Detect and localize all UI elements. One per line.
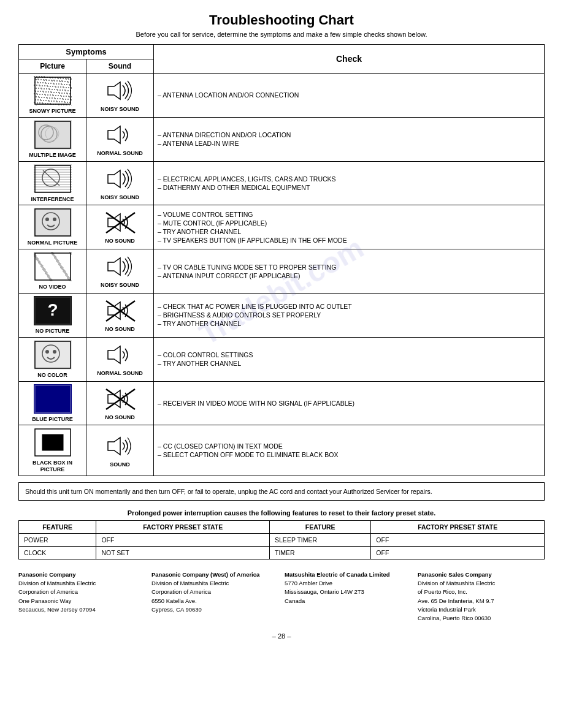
svg-rect-69: [44, 88, 45, 89]
svg-rect-68: [36, 88, 37, 89]
svg-rect-89: [51, 100, 52, 102]
picture-cell: BLACK BOX INPICTURE: [19, 425, 86, 476]
svg-rect-175: [52, 94, 53, 96]
svg-rect-138: [61, 101, 63, 102]
picture-label: BLACK BOX INPICTURE: [23, 460, 82, 473]
svg-rect-213: [34, 172, 72, 173]
footer-company-0: Panasonic CompanyDivision of Matsushita …: [18, 571, 145, 623]
company-name: Panasonic Company: [18, 571, 75, 578]
company-line: Corporation of America: [151, 588, 211, 595]
company-name: Panasonic Sales Company: [418, 571, 492, 578]
check-item: BRIGHTNESS & AUDIO CONTROLS SET PROPERLY: [158, 311, 540, 319]
svg-rect-159: [39, 85, 40, 86]
svg-rect-425: [65, 275, 66, 276]
svg-rect-179: [46, 97, 47, 98]
svg-rect-88: [43, 100, 44, 101]
svg-rect-73: [37, 91, 39, 92]
check-header: Check: [154, 45, 545, 74]
factory-s2: OFF: [371, 546, 545, 559]
check-item: ANTENNA DIRECTION AND/OR LOCATION: [158, 131, 540, 139]
svg-rect-130: [36, 96, 37, 97]
svg-rect-140: [39, 102, 40, 104]
svg-rect-157: [61, 83, 62, 85]
sound-icon: [103, 122, 137, 149]
sound-label: NO SOUND: [90, 326, 150, 333]
svg-rect-167: [64, 89, 66, 91]
svg-rect-429: [38, 262, 39, 264]
svg-rect-199: [53, 80, 55, 81]
svg-rect-72: [67, 90, 69, 91]
check-cell: ELECTRICAL APPLIANCES, LIGHTS, CARS AND …: [154, 161, 545, 205]
svg-rect-78: [39, 94, 40, 95]
company-line: Ave. 65 De Infanteria, KM 9.7: [418, 597, 494, 604]
svg-rect-137: [53, 100, 55, 102]
svg-rect-91: [67, 102, 68, 103]
svg-rect-174: [44, 94, 45, 95]
svg-rect-128: [58, 95, 59, 96]
svg-point-232: [45, 218, 49, 221]
picture-label: SNOWY PICTURE: [23, 108, 82, 115]
svg-rect-60: [48, 83, 49, 84]
svg-rect-133: [59, 98, 61, 99]
svg-point-233: [53, 218, 56, 221]
svg-marker-202: [108, 82, 120, 99]
check-cell: CHECK THAT AC POWER LINE IS PLUGGED INTO…: [154, 293, 545, 337]
svg-rect-435: [36, 259, 37, 260]
svg-rect-166: [56, 89, 58, 90]
svg-rect-111: [36, 85, 37, 86]
svg-rect-70: [52, 89, 53, 90]
check-cell: VOLUME CONTROL SETTINGMUTE CONTROL (IF A…: [154, 205, 545, 249]
company-line: Victoria Industrial Park: [418, 606, 476, 613]
sound-icon: [103, 166, 137, 193]
company-line: Cypress, CA 90630: [151, 606, 202, 613]
svg-marker-451: [108, 346, 120, 363]
picture-icon: [34, 340, 72, 371]
symptoms-header: Symptoms: [19, 45, 154, 59]
check-item: MUTE CONTROL (IF APPLICABLE): [158, 219, 540, 227]
svg-rect-431: [63, 271, 64, 272]
svg-rect-107: [42, 82, 44, 83]
svg-rect-136: [45, 100, 47, 101]
svg-rect-85: [57, 98, 58, 99]
svg-rect-116: [38, 88, 39, 89]
check-item: DIATHERMY AND OTHER MEDICAL EQUIPMENT: [158, 183, 540, 192]
picture-cell: MULTIPLE IMAGE: [19, 117, 86, 161]
svg-rect-165: [48, 88, 50, 89]
svg-rect-104: [56, 80, 58, 82]
company-name: Panasonic Company (West) of America: [151, 571, 259, 578]
check-item: TV OR CABLE TUNING MODE SET TO PROPER SE…: [158, 263, 540, 271]
svg-rect-117: [46, 88, 47, 89]
check-item: ANTENNA LEAD-IN WIRE: [158, 139, 540, 148]
check-item: TRY ANOTHER CHANNEL: [158, 227, 540, 236]
svg-rect-160: [47, 85, 48, 86]
svg-marker-234: [108, 214, 120, 231]
svg-rect-113: [52, 86, 53, 87]
svg-rect-154: [37, 82, 38, 83]
svg-rect-177: [68, 96, 69, 97]
check-item: ELECTRICAL APPLIANCES, LIGHTS, CARS AND …: [158, 175, 540, 183]
factory-f1: CLOCK: [19, 546, 96, 559]
svg-rect-434: [42, 269, 44, 270]
company-line: Division of Matsushita Electric: [151, 580, 229, 586]
company-line: One Panasonic Way: [18, 597, 71, 604]
check-item: ANTENNA LOCATION AND/OR CONNECTION: [158, 91, 540, 99]
svg-rect-217: [34, 181, 72, 183]
svg-rect-127: [50, 94, 51, 96]
svg-rect-64: [42, 85, 43, 86]
picture-cell: SNOWY PICTURE: [19, 74, 86, 118]
picture-cell: NO COLOR: [19, 337, 86, 381]
factory-s2: OFF: [371, 533, 545, 546]
svg-rect-102: [40, 79, 42, 80]
svg-rect-198: [45, 79, 47, 80]
factory-f2: SLEEP TIMER: [270, 533, 371, 546]
picture-label: NO VIDEO: [23, 284, 82, 290]
svg-rect-192: [36, 105, 37, 105]
sound-label: NORMAL SOUND: [90, 150, 150, 157]
footer-companies: Panasonic CompanyDivision of Matsushita …: [18, 571, 545, 623]
check-cell: RECEIVER IN VIDEO MODE WITH NO SIGNAL (I…: [154, 381, 545, 425]
troubleshooting-table: Symptoms Check Picture Sound SNOWY PICTU…: [18, 44, 545, 476]
factory-col2-feature: FEATURE: [270, 520, 371, 533]
svg-rect-186: [64, 101, 65, 102]
svg-rect-220: [34, 189, 72, 190]
svg-rect-181: [62, 98, 63, 99]
